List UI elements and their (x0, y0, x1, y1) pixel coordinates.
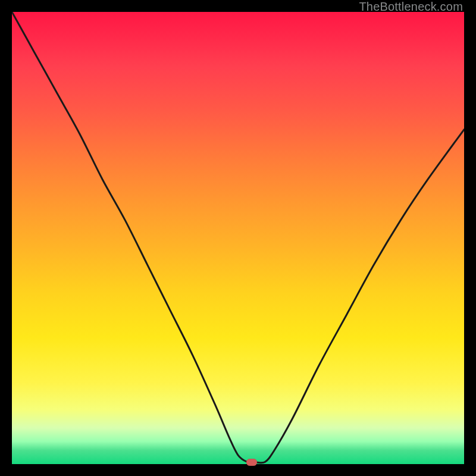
watermark-text: TheBottleneck.com (359, 0, 463, 14)
minimum-marker (246, 459, 257, 466)
curve-path (12, 12, 464, 463)
plot-area (12, 12, 464, 464)
chart-frame: TheBottleneck.com (0, 0, 476, 476)
bottleneck-curve (12, 12, 464, 464)
